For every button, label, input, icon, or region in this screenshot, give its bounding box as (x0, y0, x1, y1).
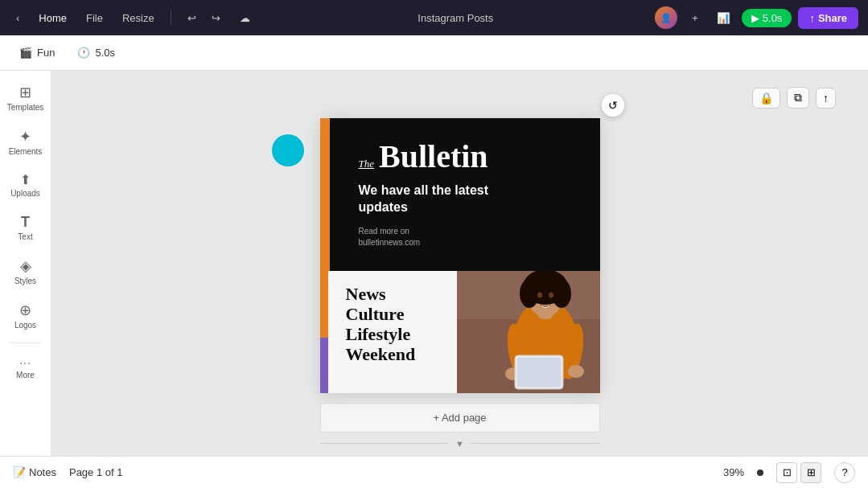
back-button[interactable]: ‹ (10, 9, 26, 27)
canvas-toolbar: 🔒 ⧉ ↑ (752, 87, 836, 109)
animation-label: Fun (37, 47, 55, 59)
add-collaborator-button[interactable]: + (684, 6, 706, 29)
pages-bar: ▼ (320, 439, 600, 449)
elements-icon: ✦ (19, 128, 31, 146)
redo-button[interactable]: ↪ (205, 6, 228, 29)
analytics-button[interactable]: 📊 (713, 6, 735, 29)
notes-label: Notes (29, 466, 56, 478)
user-avatar[interactable]: 👤 (655, 6, 677, 29)
copy-button[interactable]: ⧉ (787, 87, 809, 109)
home-button[interactable]: Home (32, 9, 73, 27)
cloud-save-button[interactable]: ☁ (234, 6, 257, 29)
single-view-button[interactable]: ⊡ (776, 462, 797, 483)
svg-point-11 (549, 292, 553, 297)
resize-button[interactable]: Resize (116, 9, 161, 27)
zoom-level: 39% (723, 466, 744, 478)
clock-icon: 🕐 (77, 47, 90, 59)
hide-show-pages-button[interactable]: ▼ (455, 439, 464, 449)
share-icon: ↑ (809, 12, 815, 24)
post-canvas[interactable]: ↺ The Bulletin We have all the latest up… (320, 118, 600, 393)
download-button[interactable]: ↑ (816, 88, 836, 109)
logos-icon: ⊕ (19, 301, 31, 319)
document-title: Instagram Posts (418, 12, 493, 24)
templates-icon: ⊞ (19, 84, 31, 101)
styles-label: Styles (14, 277, 36, 285)
play-duration: 5.0s (763, 12, 783, 24)
styles-icon: ◈ (20, 257, 31, 275)
svg-rect-17 (517, 358, 561, 387)
logos-label: Logos (14, 321, 36, 330)
elements-label: Elements (9, 147, 43, 156)
post-title-large: Bulletin (379, 141, 488, 173)
post-title-small: The (359, 158, 375, 170)
duration-label: 5.0s (95, 47, 115, 59)
animation-icon: 🎬 (19, 47, 32, 59)
main-layout: ⊞ Templates ✦ Elements ⬆ Uploads T Text … (0, 71, 868, 456)
undo-redo-group: ↩ ↪ (181, 6, 228, 29)
post-news-categories: News Culture Lifestyle Weekend (320, 271, 457, 393)
text-label: Text (18, 232, 32, 241)
sidebar-item-uploads[interactable]: ⬆ Uploads (3, 166, 48, 204)
left-sidebar: ⊞ Templates ✦ Elements ⬆ Uploads T Text … (0, 71, 51, 456)
sub-navigation: 🎬 Fun 🕐 5.0s (0, 35, 868, 71)
help-button[interactable]: ? (834, 462, 855, 483)
woman-svg (457, 271, 600, 393)
zoom-dot (757, 470, 763, 476)
share-label: Share (818, 12, 847, 24)
pages-bar-line-left (320, 443, 450, 444)
templates-label: Templates (7, 103, 44, 112)
notes-icon: 📝 (13, 466, 26, 478)
sidebar-item-elements[interactable]: ✦ Elements (3, 121, 48, 162)
svg-point-15 (568, 365, 584, 378)
sidebar-item-styles[interactable]: ◈ Styles (3, 251, 48, 292)
sidebar-item-text[interactable]: T Text (3, 207, 48, 248)
sidebar-item-templates[interactable]: ⊞ Templates (3, 77, 48, 118)
orange-accent-bar (320, 118, 330, 271)
bottom-bar: 📝 Notes Page 1 of 1 39% ⊡ ⊞ ? (0, 456, 868, 488)
share-button[interactable]: ↑ Share (798, 7, 858, 29)
svg-point-10 (537, 292, 542, 297)
read-more-label: Read more on (359, 226, 578, 237)
lock-button[interactable]: 🔒 (752, 88, 780, 109)
news-line-1: News (346, 284, 444, 304)
view-buttons: ⊡ ⊞ (776, 462, 821, 483)
file-button[interactable]: File (80, 9, 109, 27)
duration-picker[interactable]: 🕐 5.0s (71, 43, 121, 62)
post-read-more: Read more on bulletinnews.com (343, 226, 578, 248)
play-icon: ▶ (751, 12, 759, 24)
page-info: Page 1 of 1 (69, 466, 123, 478)
news-line-4: Weekend (346, 344, 444, 364)
text-icon: T (21, 214, 30, 231)
sidebar-item-more[interactable]: ··· More (3, 350, 48, 386)
sidebar-item-logos[interactable]: ⊕ Logos (3, 295, 48, 336)
news-line-2: Culture (346, 304, 444, 324)
top-navigation: ‹ Home File Resize ↩ ↪ ☁ Instagram Posts… (0, 0, 868, 35)
grid-view-button[interactable]: ⊞ (800, 462, 821, 483)
post-title-line: The Bulletin (343, 141, 578, 173)
nav-separator (171, 10, 171, 26)
post-top-section: The Bulletin We have all the latest upda… (320, 118, 600, 271)
uploads-icon: ⬆ (20, 172, 31, 187)
orange-accent-bar-bottom (320, 271, 328, 338)
play-button[interactable]: ▶ 5.0s (742, 9, 792, 27)
more-icon: ··· (19, 356, 31, 369)
canvas-area: 🔒 ⧉ ↑ ↺ The Bulletin We have all the lat… (51, 71, 868, 456)
read-more-url: bulletinnews.com (359, 237, 578, 248)
add-page-button[interactable]: + Add page (320, 403, 600, 433)
news-text: News Culture Lifestyle Weekend (333, 284, 444, 365)
pages-bar-line-right (471, 443, 600, 444)
post-photo (457, 271, 600, 393)
news-line-3: Lifestyle (346, 324, 444, 344)
post-subtitle: We have all the latest updates (343, 182, 578, 216)
post-bottom-section: News Culture Lifestyle Weekend (320, 271, 600, 393)
animation-picker[interactable]: 🎬 Fun (13, 43, 61, 62)
chevron-down-icon: ▼ (455, 439, 464, 449)
undo-button[interactable]: ↩ (181, 6, 204, 29)
sidebar-divider (10, 342, 42, 343)
rotate-handle[interactable]: ↺ (602, 94, 624, 117)
teal-circle-decoration (272, 134, 304, 166)
notes-button[interactable]: 📝 Notes (13, 466, 56, 478)
uploads-label: Uploads (10, 189, 40, 198)
more-label: More (16, 371, 35, 379)
